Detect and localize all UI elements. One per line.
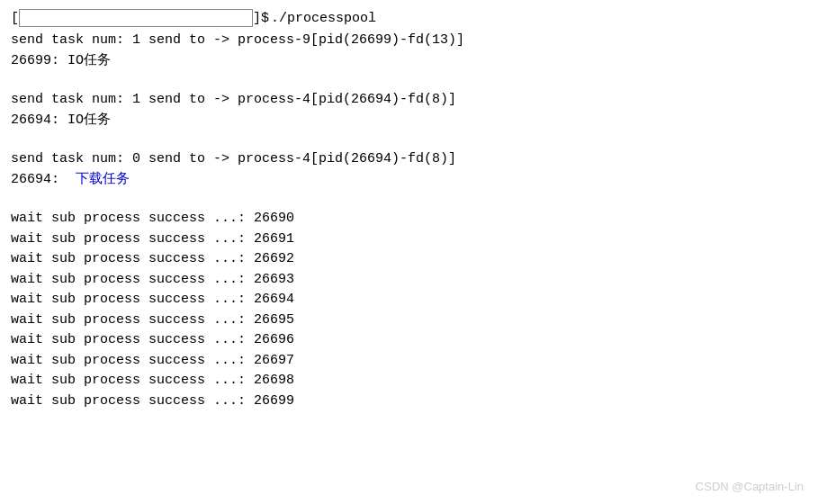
bracket-open: [: [11, 11, 19, 26]
terminal-line: 26699: IO任务: [11, 51, 807, 72]
terminal-container: [ ]$ ./processpool send task num: 1 send…: [0, 0, 818, 504]
terminal-line: wait sub process success ...: 26699: [11, 392, 807, 412]
terminal-line: wait sub process success ...: 26695: [11, 310, 807, 331]
terminal-line: wait sub process success ...: 26697: [11, 351, 807, 372]
blank-line: [11, 71, 807, 90]
terminal-line: wait sub process success ...: 26698: [11, 371, 807, 392]
terminal-line: send task num: 0 send to -> process-4[pi…: [11, 149, 807, 170]
watermark: CSDN @Captain-Lin: [696, 480, 804, 493]
terminal-line: wait sub process success ...: 26694: [11, 290, 807, 310]
blank-line: [11, 130, 807, 149]
bracket-close: ]$: [253, 11, 269, 26]
prompt-command: ./processpool: [271, 11, 376, 26]
terminal-line: wait sub process success ...: 26690: [11, 209, 807, 230]
terminal-line: send task num: 1 send to -> process-9[pi…: [11, 31, 807, 51]
download-prefix: 26694:: [11, 172, 76, 187]
prompt-line: [ ]$ ./processpool: [11, 9, 807, 27]
terminal-line-download: 26694: 下载任务: [11, 170, 807, 191]
blank-line: [11, 190, 807, 209]
terminal-line: send task num: 1 send to -> process-4[pi…: [11, 90, 807, 111]
terminal-line: wait sub process success ...: 26691: [11, 230, 807, 250]
prompt-input-display: [19, 9, 253, 27]
terminal-line: wait sub process success ...: 26696: [11, 330, 807, 351]
terminal-line: wait sub process success ...: 26692: [11, 249, 807, 270]
terminal-line: wait sub process success ...: 26693: [11, 270, 807, 291]
terminal-line: 26694: IO任务: [11, 111, 807, 131]
download-task-label: 下载任务: [76, 172, 130, 187]
